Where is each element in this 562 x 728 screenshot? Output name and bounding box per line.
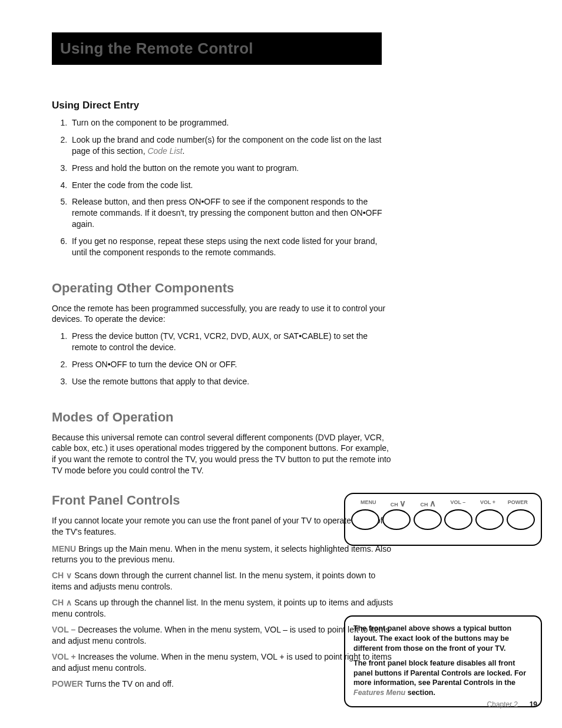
term-label: VOL + xyxy=(52,652,76,661)
codelist-italic: Code List xyxy=(147,146,182,156)
header-bar: Using the Remote Control xyxy=(52,32,382,65)
list-item: Press and hold the button on the remote … xyxy=(70,163,394,180)
diagram-button-icon xyxy=(414,509,442,530)
diagram-label: CH ∧ xyxy=(413,499,443,508)
list-item: If you get no response, repeat these ste… xyxy=(70,236,394,264)
direct-entry-list: Turn on the component to be programmed. … xyxy=(52,117,394,264)
heading-modes: Modes of Operation xyxy=(52,409,394,426)
header-title: Using the Remote Control xyxy=(60,38,373,59)
term-vol-down: VOL –Decreases the volume. When in the m… xyxy=(52,624,394,647)
list-item: Look up the brand and code number(s) for… xyxy=(70,134,394,163)
diagram-button-row xyxy=(351,509,535,530)
term-label: MENU xyxy=(52,544,76,554)
term-menu: MENUBrings up the Main menu. When in the… xyxy=(52,543,394,566)
heading-direct-entry: Using Direct Entry xyxy=(52,99,394,113)
term-ch-up: CH ∧Scans up through the channel list. I… xyxy=(52,597,394,620)
chevron-down-icon: ∨ xyxy=(399,499,406,508)
features-menu-italic: Features Menu xyxy=(353,689,405,697)
term-desc: Scans down through the current channel l… xyxy=(52,571,375,591)
diagram-button-icon xyxy=(351,509,379,530)
diagram-labels: MENU CH ∨ CH ∧ VOL – VOL + POWER xyxy=(351,499,535,508)
front-panel-diagram: MENU CH ∨ CH ∧ VOL – VOL + POWER xyxy=(344,493,542,546)
frontpanel-intro: If you cannot locate your remote you can… xyxy=(52,515,394,538)
diagram-label: VOL + xyxy=(473,499,503,508)
page-footer: Chapter 2 19 xyxy=(487,700,537,709)
heading-frontpanel: Front Panel Controls xyxy=(52,492,394,509)
term-desc: Brings up the Main menu. When in the men… xyxy=(52,544,391,565)
term-desc: Turns the TV on and off. xyxy=(85,679,174,689)
term-label: POWER xyxy=(52,679,83,689)
diagram-label: MENU xyxy=(353,499,384,508)
diagram-button-icon xyxy=(382,509,411,530)
term-label: VOL – xyxy=(52,625,75,634)
term-desc: Decreases the volume. When in the menu s… xyxy=(52,625,390,645)
side-note-p2: The front panel block feature disables a… xyxy=(353,658,533,699)
diagram-button-icon xyxy=(507,509,535,530)
list-item: Turn on the component to be programmed. xyxy=(70,117,394,134)
list-item: Use the remote buttons that apply to tha… xyxy=(70,376,394,393)
side-note-box: The front panel above shows a typical bu… xyxy=(344,615,542,707)
list-item: Press the device button (TV, VCR1, VCR2,… xyxy=(70,331,394,359)
list-item: Press ON•OFF to turn the device ON or OF… xyxy=(70,359,394,376)
term-desc: Scans up through the channel list. In th… xyxy=(52,598,393,618)
diagram-label: CH ∨ xyxy=(384,499,414,508)
term-vol-up: VOL +Increases the volume. When in the m… xyxy=(52,651,394,674)
modes-para: Because this universal remote can contro… xyxy=(52,432,394,477)
heading-operating: Operating Other Components xyxy=(52,279,394,297)
term-label: CH ∨ xyxy=(52,571,72,580)
diagram-label: VOL – xyxy=(443,499,473,508)
footer-page-number: 19 xyxy=(530,700,537,709)
content-column: Using Direct Entry Turn on the component… xyxy=(52,99,394,689)
list-item: Enter the code from the code list. xyxy=(70,180,394,197)
chevron-up-icon: ∧ xyxy=(429,499,436,508)
term-desc: Increases the volume. When in the menu s… xyxy=(52,652,392,673)
diagram-label: POWER xyxy=(503,499,533,508)
side-note-p1: The front panel above shows a typical bu… xyxy=(353,624,533,654)
operating-intro: Once the remote has been programmed succ… xyxy=(52,303,394,325)
page: Using the Remote Control Using Direct En… xyxy=(0,0,562,728)
diagram-button-icon xyxy=(475,509,504,530)
term-ch-down: CH ∨Scans down through the current chann… xyxy=(52,570,394,592)
term-power: POWERTurns the TV on and off. xyxy=(52,678,394,690)
operating-list: Press the device button (TV, VCR1, VCR2,… xyxy=(52,331,394,393)
term-label: CH ∧ xyxy=(52,598,72,607)
footer-chapter: Chapter 2 xyxy=(487,700,518,709)
diagram-button-icon xyxy=(444,509,472,530)
list-item: Release button, and then press ON•OFF to… xyxy=(70,196,394,236)
